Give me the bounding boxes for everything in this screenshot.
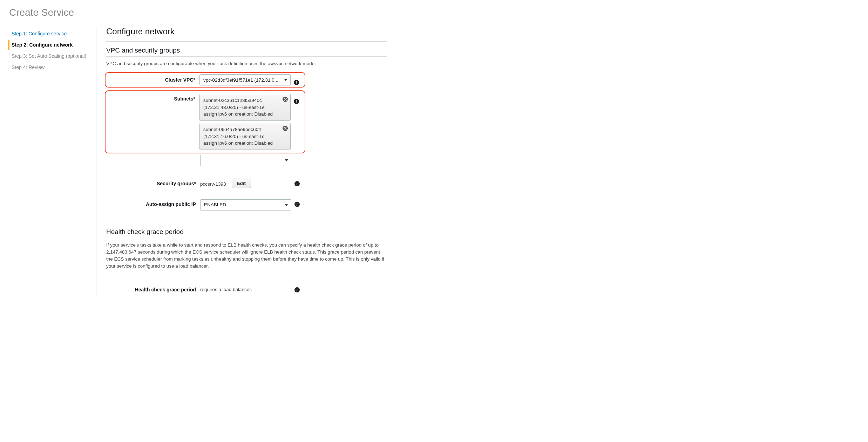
info-icon[interactable]: i [294,80,299,85]
remove-subnet-icon[interactable] [283,126,288,131]
subnets-label: Subnets* [106,94,199,102]
subnet-id: subnet-02c361c128f5a940c [203,97,280,104]
caret-down-icon [284,79,287,81]
info-icon[interactable]: i [294,202,300,207]
subnet-chip: subnet-0664a78ae9bdc60ff (172.31.16.0/20… [199,123,291,150]
wizard-steps-sidebar: Step 1: Configure service Step 2: Config… [8,27,96,74]
info-icon[interactable]: i [294,99,299,104]
main-heading: Configure network [106,27,387,38]
info-icon[interactable]: i [294,181,300,186]
remove-subnet-icon[interactable] [283,97,288,102]
edit-security-groups-button[interactable]: Edit [232,179,251,188]
security-groups-label: Security groups* [106,179,200,186]
security-groups-value: pccsrv-1393 [200,180,226,187]
health-grace-period-label: Health check grace period [106,285,200,292]
main-content: Configure network VPC and security group… [106,27,387,295]
health-grace-period-value: requires a load balancer. [200,285,291,292]
auto-assign-ip-label: Auto-assign public IP [106,199,200,207]
vpc-section-desc: VPC and security groups are configurable… [106,60,387,67]
vpc-section-heading: VPC and security groups [106,47,387,54]
add-subnet-select[interactable] [200,155,291,166]
auto-assign-ip-select[interactable]: ENABLED [200,199,291,210]
divider [106,41,387,42]
caret-down-icon [285,204,288,206]
subnet-id: subnet-0664a78ae9bdc60ff [203,126,280,133]
subnet-ipv6: assign ipv6 on creation: Disabled [203,140,280,147]
health-section-desc: If your service's tasks take a while to … [106,242,387,270]
vertical-divider [96,27,96,295]
page-title: Create Service [8,7,860,18]
divider [106,238,387,238]
subnet-ipv6: assign ipv6 on creation: Disabled [203,111,280,118]
wizard-step-3[interactable]: Step 3: Set Auto Scaling (optional) [8,51,96,61]
cluster-vpc-label: Cluster VPC* [106,77,199,83]
wizard-step-2[interactable]: Step 2: Configure network [8,40,96,50]
wizard-step-1[interactable]: Step 1: Configure service [8,29,96,39]
subnet-chip: subnet-02c361c128f5a940c (172.31.48.0/20… [199,94,291,121]
health-section-heading: Health check grace period [106,228,387,236]
info-icon[interactable]: i [294,287,300,292]
wizard-step-4[interactable]: Step 4: Review [8,62,96,72]
cluster-vpc-select[interactable]: vpc-02d3df3ef91f571e1 (172.31.0.... [199,74,291,85]
auto-assign-ip-value: ENABLED [204,202,226,207]
cluster-vpc-value: vpc-02d3df3ef91f571e1 (172.31.0.... [203,77,280,83]
subnet-cidr-az: (172.31.48.0/20) - us-east-1e [203,104,280,111]
divider [106,56,387,57]
subnet-cidr-az: (172.31.16.0/20) - us-east-1d [203,133,280,140]
caret-down-icon [285,159,288,161]
